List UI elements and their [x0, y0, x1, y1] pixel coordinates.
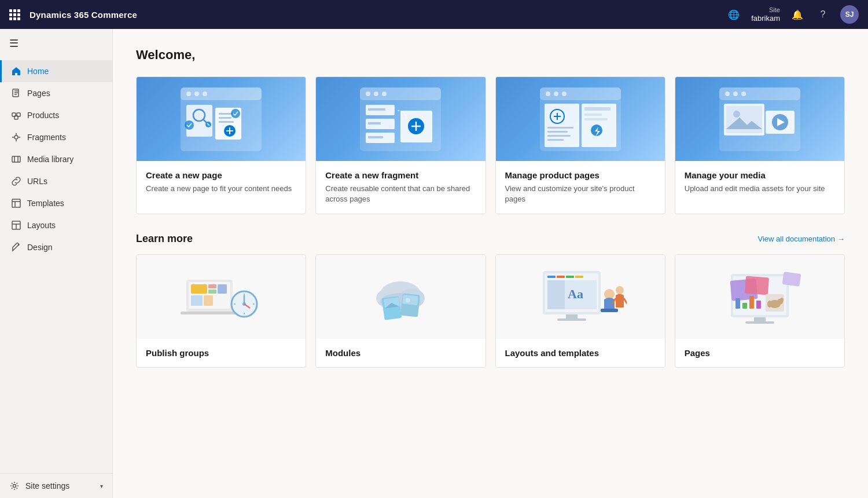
main-content: Welcome, [113, 29, 868, 498]
learn-cards-grid: Publish groups [136, 254, 845, 368]
svg-rect-22 [219, 117, 231, 119]
card-title-create-fragment: Create a new fragment [325, 170, 476, 180]
sidebar-item-home[interactable]: Home [0, 60, 112, 82]
sidebar-label-products: Products [27, 111, 59, 120]
notification-icon[interactable]: 🔔 [789, 6, 806, 23]
card-title-manage-products: Manage product pages [505, 170, 656, 180]
svg-point-4 [14, 136, 18, 139]
card-body-create-fragment: Create a new fragment Create reusable co… [316, 161, 485, 214]
view-all-docs-label: View all documentation [758, 235, 835, 243]
svg-rect-53 [547, 131, 568, 133]
fragments-icon [11, 132, 21, 142]
svg-point-46 [554, 91, 558, 96]
svg-rect-76 [208, 284, 216, 288]
learn-card-modules[interactable]: Modules [315, 254, 486, 368]
sidebar-label-pages: Pages [27, 89, 50, 98]
card-image-create-page [137, 77, 306, 161]
learn-more-title: Learn more [136, 233, 193, 245]
view-all-docs-link[interactable]: View all documentation → [758, 235, 845, 243]
svg-rect-118 [754, 317, 766, 322]
action-card-create-fragment[interactable]: Create a new fragment Create reusable co… [315, 76, 486, 214]
pages-icon [11, 88, 21, 98]
sidebar-item-urls[interactable]: URLs [0, 170, 112, 192]
globe-icon[interactable]: 🌐 [726, 6, 742, 23]
svg-rect-123 [742, 303, 747, 309]
sidebar-label-urls: URLs [27, 177, 47, 186]
site-name: fabrikam [751, 14, 780, 23]
svg-point-13 [203, 91, 207, 96]
help-icon[interactable]: ? [815, 6, 831, 23]
svg-rect-112 [601, 309, 618, 312]
learn-card-title-publish-groups: Publish groups [146, 348, 296, 358]
svg-rect-109 [547, 280, 565, 309]
sidebar-item-layouts[interactable]: Layouts [0, 214, 112, 236]
sidebar-item-templates[interactable]: Templates [0, 192, 112, 214]
sidebar-toggle[interactable]: ☰ [0, 29, 112, 58]
svg-rect-119 [745, 321, 774, 324]
svg-rect-5 [12, 156, 20, 162]
media-icon [11, 154, 21, 164]
svg-rect-10 [181, 87, 262, 100]
learn-card-body-layouts-templates: Layouts and templates [496, 339, 665, 367]
svg-point-68 [733, 111, 740, 118]
waffle-menu-icon[interactable] [9, 9, 20, 20]
learn-card-title-modules: Modules [325, 348, 476, 358]
action-cards-grid: Create a new page Create a new page to f… [136, 76, 845, 214]
learn-card-image-publish-groups [137, 255, 306, 339]
card-title-create-page: Create a new page [146, 170, 296, 180]
sidebar-label-home: Home [27, 67, 49, 76]
svg-rect-36 [368, 122, 381, 124]
action-card-manage-media[interactable]: Manage your media Upload and edit media … [675, 76, 845, 214]
svg-point-45 [546, 91, 550, 96]
learn-card-title-layouts-templates: Layouts and templates [505, 348, 656, 358]
card-image-manage-media [675, 77, 844, 161]
action-card-manage-products[interactable]: Manage product pages View and customize … [495, 76, 665, 214]
svg-point-11 [186, 91, 191, 96]
learn-card-layouts-templates[interactable]: Aa Layouts and templates [495, 254, 665, 368]
svg-point-130 [767, 301, 772, 307]
svg-point-113 [616, 286, 624, 294]
site-label: Site [769, 6, 780, 14]
sidebar-item-products[interactable]: Products [0, 104, 112, 126]
svg-rect-52 [547, 127, 573, 129]
svg-rect-44 [540, 87, 621, 100]
svg-point-47 [562, 91, 567, 96]
sidebar-item-design[interactable]: Design [0, 236, 112, 258]
svg-point-27 [231, 109, 240, 118]
sidebar-label-templates: Templates [27, 199, 64, 208]
svg-rect-102 [566, 314, 578, 319]
svg-rect-107 [575, 276, 583, 278]
card-image-manage-products [496, 77, 665, 161]
card-desc-create-page: Create a new page to fit your content ne… [146, 184, 296, 194]
sidebar-label-fragments: Fragments [27, 133, 66, 142]
sidebar-item-fragments[interactable]: Fragments [0, 126, 112, 148]
learn-card-body-publish-groups: Publish groups [137, 339, 306, 367]
svg-rect-125 [756, 301, 761, 309]
svg-rect-77 [208, 290, 216, 294]
topbar: Dynamics 365 Commerce 🌐 Site fabrikam 🔔 … [0, 0, 868, 29]
svg-rect-62 [719, 87, 800, 100]
action-card-create-page[interactable]: Create a new page Create a new page to f… [136, 76, 306, 214]
svg-point-129 [780, 298, 784, 302]
learn-card-pages[interactable]: Pages [675, 254, 845, 368]
learn-card-publish-groups[interactable]: Publish groups [136, 254, 306, 368]
sidebar-item-site-settings[interactable]: Site settings ▾ [9, 481, 103, 491]
user-avatar[interactable]: SJ [840, 5, 859, 24]
topbar-right: 🌐 Site fabrikam 🔔 ? SJ [726, 5, 859, 24]
learn-card-image-layouts-templates: Aa [496, 255, 665, 339]
learn-card-body-pages: Pages [675, 339, 844, 367]
svg-point-65 [741, 91, 746, 96]
settings-icon [9, 481, 20, 491]
svg-point-64 [733, 91, 738, 96]
card-body-manage-products: Manage product pages View and customize … [496, 161, 665, 214]
svg-rect-78 [218, 284, 227, 294]
sidebar-item-media-library[interactable]: Media library [0, 148, 112, 170]
svg-rect-98 [403, 295, 419, 306]
svg-rect-131 [782, 272, 801, 287]
topbar-left: Dynamics 365 Commerce [9, 9, 726, 20]
learn-card-body-modules: Modules [316, 339, 485, 367]
svg-rect-54 [547, 135, 571, 137]
svg-point-30 [366, 91, 370, 96]
svg-rect-58 [584, 113, 602, 116]
sidebar-item-pages[interactable]: Pages [0, 82, 112, 104]
